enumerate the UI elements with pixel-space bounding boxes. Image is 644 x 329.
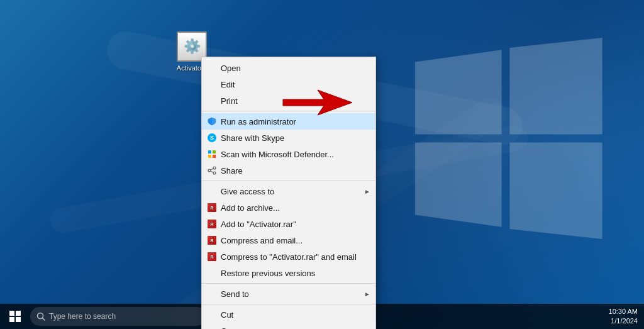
menu-item-scan-defender-label: Scan with Microsoft Defender... bbox=[221, 150, 357, 159]
svg-rect-18 bbox=[16, 311, 21, 316]
menu-item-print[interactable]: Print bbox=[202, 92, 375, 109]
start-button[interactable] bbox=[0, 304, 30, 329]
windows-logo bbox=[405, 38, 606, 239]
menu-item-compress-email-label: Compress and email... bbox=[221, 236, 357, 245]
menu-item-add-archive[interactable]: R Add to archive... bbox=[202, 199, 375, 216]
separator-3 bbox=[202, 283, 375, 284]
menu-item-share-skype[interactable]: S Share with Skype bbox=[202, 130, 375, 146]
menu-item-run-as-admin[interactable]: Run as administrator bbox=[202, 113, 375, 130]
menu-item-run-as-admin-label: Run as administrator bbox=[221, 117, 357, 126]
menu-item-restore-prev-label: Restore previous versions bbox=[221, 269, 357, 278]
menu-item-cut[interactable]: Cut bbox=[202, 306, 375, 323]
give-access-icon bbox=[207, 186, 217, 196]
svg-rect-7 bbox=[208, 150, 211, 153]
rar-icon-1: R bbox=[207, 203, 217, 213]
menu-item-send-to[interactable]: Send to ► bbox=[202, 286, 375, 302]
open-icon bbox=[207, 63, 217, 73]
menu-item-add-activator-rar-label: Add to "Activator.rar" bbox=[221, 220, 357, 229]
menu-item-share-skype-label: Share with Skype bbox=[221, 133, 357, 143]
menu-item-scan-defender[interactable]: Scan with Microsoft Defender... bbox=[202, 146, 375, 162]
svg-line-22 bbox=[43, 318, 45, 321]
separator-1 bbox=[202, 111, 375, 111]
svg-marker-3 bbox=[509, 142, 602, 239]
menu-item-give-access-label: Give access to bbox=[221, 187, 357, 196]
menu-item-share-label: Share bbox=[221, 166, 357, 176]
rar-icon-2: R bbox=[207, 219, 217, 229]
search-icon bbox=[36, 312, 45, 321]
menu-item-compress-email2-label: Compress to "Activator.rar" and email bbox=[221, 252, 357, 262]
menu-item-share[interactable]: Share bbox=[202, 162, 375, 179]
menu-item-edit[interactable]: Edit bbox=[202, 76, 375, 92]
menu-item-compress-email2[interactable]: R Compress to "Activator.rar" and email bbox=[202, 248, 375, 265]
svg-point-11 bbox=[213, 167, 216, 169]
send-to-icon bbox=[207, 289, 217, 299]
restore-icon bbox=[207, 268, 217, 278]
menu-item-open[interactable]: Open bbox=[202, 60, 375, 76]
menu-item-send-to-label: Send to bbox=[221, 289, 357, 299]
menu-item-compress-email[interactable]: R Compress and email... bbox=[202, 232, 375, 248]
taskbar-date-display: 1/1/2024 bbox=[609, 316, 638, 326]
menu-item-add-activator-rar[interactable]: R Add to "Activator.rar" bbox=[202, 216, 375, 232]
desktop: ⚙️ Activato... Open Edit Print bbox=[0, 0, 644, 329]
svg-rect-9 bbox=[208, 155, 211, 158]
rar-icon-4: R bbox=[207, 252, 217, 262]
skype-icon: S bbox=[207, 133, 217, 143]
send-to-arrow: ► bbox=[364, 291, 370, 298]
taskbar-right: 10:30 AM 1/1/2024 bbox=[609, 307, 644, 326]
svg-point-12 bbox=[208, 169, 211, 172]
svg-marker-2 bbox=[415, 142, 502, 226]
give-access-arrow: ► bbox=[364, 188, 370, 195]
menu-item-give-access[interactable]: Give access to ► bbox=[202, 183, 375, 199]
svg-rect-10 bbox=[213, 155, 216, 158]
taskbar-search[interactable]: Type here to search bbox=[30, 307, 206, 326]
svg-line-15 bbox=[211, 171, 213, 172]
gear-icon: ⚙️ bbox=[184, 38, 201, 55]
menu-item-open-label: Open bbox=[221, 64, 357, 73]
taskbar-time-display: 10:30 AM bbox=[609, 307, 638, 316]
menu-item-restore-prev[interactable]: Restore previous versions bbox=[202, 265, 375, 281]
search-placeholder: Type here to search bbox=[49, 312, 116, 321]
svg-line-14 bbox=[211, 169, 213, 170]
menu-item-add-archive-label: Add to archive... bbox=[221, 203, 357, 213]
menu-item-edit-label: Edit bbox=[221, 80, 357, 89]
defender-icon bbox=[207, 149, 217, 159]
copy-icon bbox=[207, 326, 217, 329]
menu-item-cut-label: Cut bbox=[221, 310, 357, 320]
separator-4 bbox=[202, 304, 375, 304]
print-icon bbox=[207, 96, 217, 106]
context-menu: Open Edit Print Run as administrator bbox=[201, 57, 376, 329]
svg-rect-17 bbox=[9, 311, 14, 316]
svg-point-13 bbox=[213, 172, 216, 174]
rar-icon-3: R bbox=[207, 235, 217, 245]
menu-item-copy-label: Copy bbox=[221, 326, 357, 330]
svg-rect-8 bbox=[213, 150, 216, 153]
svg-rect-20 bbox=[16, 317, 21, 322]
edit-icon bbox=[207, 79, 217, 89]
menu-item-print-label: Print bbox=[221, 96, 357, 106]
taskbar-clock: 10:30 AM 1/1/2024 bbox=[609, 307, 638, 326]
separator-2 bbox=[202, 181, 375, 181]
svg-marker-0 bbox=[415, 50, 502, 134]
svg-marker-1 bbox=[509, 38, 602, 135]
svg-rect-19 bbox=[9, 317, 14, 322]
share-icon bbox=[207, 165, 217, 176]
shield-icon bbox=[207, 116, 217, 126]
cut-icon bbox=[207, 309, 217, 320]
menu-item-copy[interactable]: Copy bbox=[202, 323, 375, 329]
